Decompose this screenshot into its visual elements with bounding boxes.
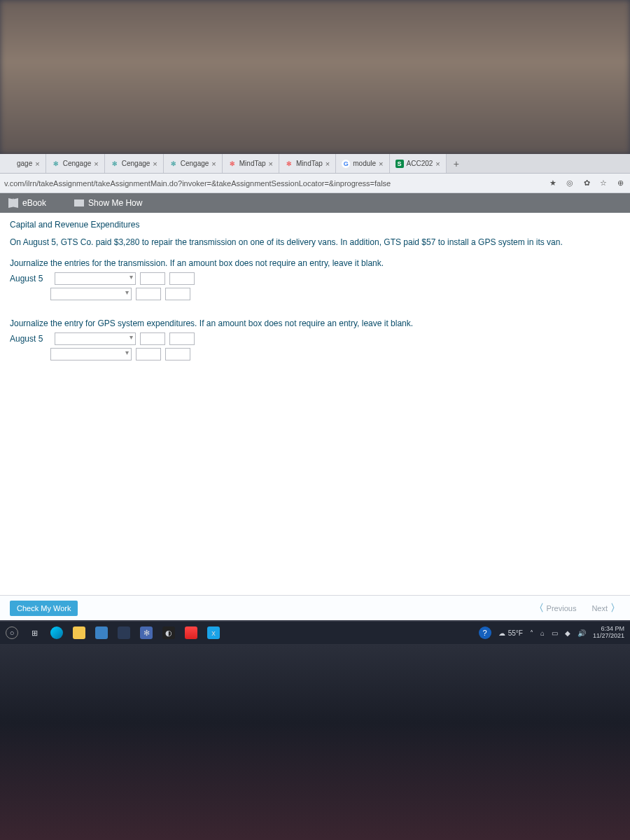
file-explorer-icon[interactable] [73, 626, 85, 639]
tab-favicon: ✻ [285, 160, 293, 168]
previous-label: Previous [547, 604, 577, 612]
account-dropdown[interactable] [50, 348, 132, 360]
instruction-text: Journalize the entry for GPS system expe… [10, 318, 620, 328]
ebook-label: eBook [22, 198, 46, 208]
show-me-how-link[interactable]: Show Me How [74, 198, 142, 208]
browser-urlbar: v.com/ilrn/takeAssignment/takeAssignment… [0, 174, 630, 193]
credit-input[interactable] [169, 332, 195, 345]
browser-tab[interactable]: ✻ MindTap × [223, 154, 279, 173]
credit-input[interactable] [165, 348, 190, 360]
favorites-icon[interactable]: ☆ [598, 178, 609, 188]
close-icon[interactable]: × [379, 160, 383, 168]
search-icon[interactable]: ○ [6, 626, 18, 639]
assignment-title: Capital and Revenue Expenditures [10, 220, 620, 230]
debit-input[interactable] [140, 332, 165, 345]
wifi-icon[interactable]: ◆ [565, 629, 570, 637]
browser-tab[interactable]: ✻ Cengage × [46, 154, 105, 173]
target-icon[interactable]: ◎ [564, 178, 575, 188]
weather-temp: 55°F [508, 629, 523, 637]
check-my-work-button[interactable]: Check My Work [10, 601, 78, 616]
close-icon[interactable]: × [94, 160, 98, 168]
edge-icon[interactable] [50, 626, 63, 639]
video-icon [74, 200, 84, 206]
browser-tabstrip: gage × ✻ Cengage × ✻ Cengage × ✻ Cengage… [0, 154, 630, 174]
close-icon[interactable]: × [35, 160, 39, 168]
tab-favicon: ✻ [52, 160, 60, 168]
close-icon[interactable]: × [269, 160, 273, 168]
chevron-right-icon: 〉 [610, 602, 620, 615]
close-icon[interactable]: × [435, 160, 440, 168]
app-icon[interactable] [185, 626, 197, 639]
app-icon[interactable]: x [207, 626, 220, 639]
credit-input[interactable] [165, 288, 190, 300]
credit-input[interactable] [169, 272, 195, 285]
assignment-bottom-nav: Check My Work 〈 Previous Next 〉 [0, 595, 630, 620]
journal-date: August 5 [10, 334, 50, 344]
tab-favicon: ✻ [111, 160, 119, 168]
collections-icon[interactable]: ⊕ [615, 178, 626, 188]
battery-icon[interactable]: ▭ [552, 629, 558, 637]
chevron-up-icon[interactable]: ˄ [530, 629, 533, 637]
tab-label: Cengage [181, 160, 209, 167]
browser-tab[interactable]: ✻ Cengage × [105, 154, 164, 173]
journal-date: August 5 [10, 274, 50, 284]
instruction-text: Journalize the entries for the transmiss… [10, 258, 620, 268]
assignment-body: Capital and Revenue Expenditures On Augu… [0, 213, 630, 620]
onedrive-icon[interactable]: ⌂ [540, 629, 545, 637]
tab-favicon [6, 160, 14, 168]
browser-tab[interactable]: ✻ MindTap × [279, 154, 336, 173]
debit-input[interactable] [136, 288, 161, 300]
tab-label: Cengage [122, 160, 150, 167]
app-icon[interactable]: ◐ [162, 626, 175, 639]
tab-label: ACC202 [407, 160, 433, 167]
close-icon[interactable]: × [211, 160, 216, 168]
extension-icon[interactable]: ✿ [581, 178, 592, 188]
volume-icon[interactable]: 🔊 [578, 629, 586, 637]
ebook-link[interactable]: eBook [8, 198, 46, 208]
store-icon[interactable] [118, 626, 130, 639]
tab-favicon: ✻ [228, 160, 237, 168]
account-dropdown[interactable] [50, 288, 132, 300]
browser-tab[interactable]: ✻ Cengage × [164, 154, 223, 173]
task-view-icon[interactable]: ⊞ [28, 626, 41, 639]
tab-label: Cengage [63, 160, 92, 167]
windows-taskbar: ○ ⊞ ✻ ◐ x ? ☁ 55°F ˄ ⌂ ▭ ◆ 🔊 6:34 PM 11/… [0, 622, 630, 644]
next-label: Next [592, 604, 608, 612]
account-dropdown[interactable] [55, 332, 136, 345]
debit-input[interactable] [140, 272, 165, 285]
browser-tab[interactable]: G module × [336, 154, 389, 173]
tab-favicon: ✻ [169, 160, 178, 168]
debit-input[interactable] [136, 348, 161, 360]
new-tab-button[interactable]: + [447, 158, 466, 169]
app-icon[interactable]: ✻ [140, 626, 153, 639]
browser-tab[interactable]: gage × [0, 154, 46, 173]
tab-label: module [353, 160, 376, 167]
tab-favicon: G [342, 160, 350, 168]
account-dropdown[interactable] [55, 272, 136, 285]
clock-date: 11/27/2021 [593, 633, 624, 640]
cloud-icon: ☁ [498, 629, 505, 637]
close-icon[interactable]: × [153, 160, 157, 168]
problem-statement: On August 5, GTS Co. paid $3,280 to repa… [10, 237, 620, 248]
next-link[interactable]: Next 〉 [592, 602, 620, 615]
assignment-toolbar: eBook Show Me How [0, 193, 630, 213]
previous-link[interactable]: 〈 Previous [534, 602, 577, 615]
tab-label: gage [17, 160, 32, 167]
show-me-label: Show Me How [88, 198, 142, 208]
url-text[interactable]: v.com/ilrn/takeAssignment/takeAssignment… [4, 179, 542, 188]
tab-favicon: S [396, 160, 404, 168]
system-clock[interactable]: 6:34 PM 11/27/2021 [593, 626, 624, 640]
tab-label: MindTap [296, 160, 323, 167]
tab-label: MindTap [239, 160, 266, 167]
browser-tab[interactable]: S ACC202 × [390, 154, 447, 173]
app-icon[interactable] [95, 626, 108, 639]
star-icon[interactable]: ★ [547, 178, 559, 188]
help-icon[interactable]: ? [479, 626, 491, 639]
book-icon [8, 198, 18, 208]
close-icon[interactable]: × [326, 160, 330, 168]
weather-widget[interactable]: ☁ 55°F [498, 629, 523, 637]
chevron-left-icon: 〈 [534, 602, 544, 615]
